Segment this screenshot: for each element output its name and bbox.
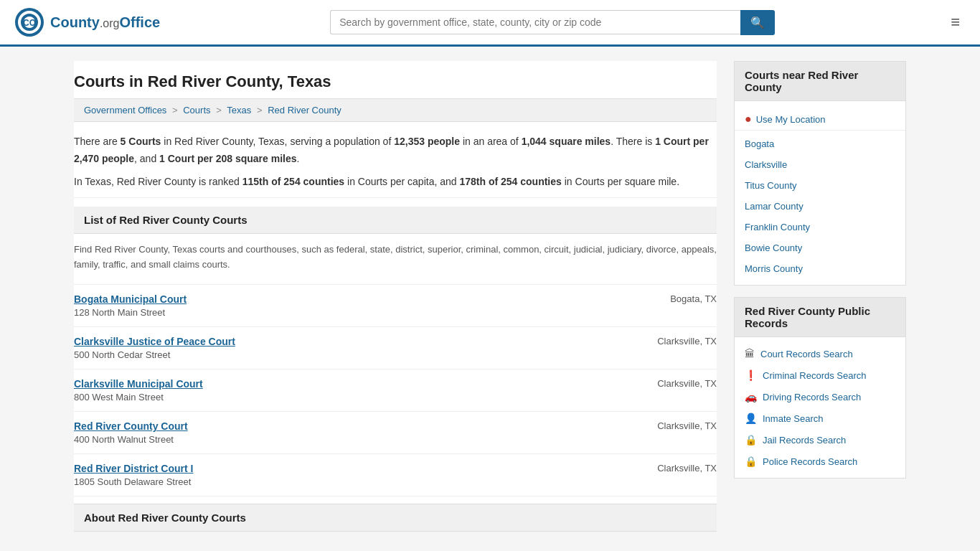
- sidebar-item-public-records[interactable]: ❗Criminal Records Search: [735, 364, 905, 386]
- rank-sqmile: 178th of 254 counties: [459, 176, 561, 187]
- table-row: Clarksville Municipal Court 800 West Mai…: [74, 369, 717, 412]
- court-count: 5 Courts: [121, 136, 161, 147]
- summary-text-1: There are 5 Courts in Red River County, …: [74, 133, 717, 168]
- court-entry-left: Red River County Court 400 North Walnut …: [74, 420, 188, 445]
- court-city: Clarksville, TX: [657, 420, 717, 431]
- public-records-label: Jail Records Search: [763, 435, 846, 446]
- content-area: Courts in Red River County, Texas Govern…: [74, 61, 717, 532]
- nearby-links-list: BogataClarksvilleTitus CountyLamar Count…: [735, 133, 905, 279]
- hamburger-icon: ≡: [951, 13, 960, 31]
- about-section-header: About Red River County Courts: [74, 504, 717, 532]
- court-name-link[interactable]: Clarksville Municipal Court: [74, 378, 203, 390]
- court-city: Bogata, TX: [670, 293, 717, 304]
- population: 12,353 people: [394, 136, 460, 147]
- search-area: 🔍: [330, 10, 775, 35]
- sidebar-item-nearby[interactable]: Titus County: [735, 175, 905, 196]
- breadcrumb-separator: >: [216, 105, 224, 116]
- logo-suffix: .org: [100, 17, 120, 29]
- breadcrumb-link-courts[interactable]: Courts: [183, 105, 210, 116]
- public-records-label: Inmate Search: [763, 413, 824, 424]
- main-container: Courts in Red River County, Texas Govern…: [60, 47, 920, 546]
- public-records-label: Police Records Search: [763, 456, 857, 467]
- summary-text-2: In Texas, Red River County is ranked 115…: [74, 174, 717, 191]
- public-records-icon: 🚗: [745, 391, 757, 402]
- court-address: 400 North Walnut Street: [74, 434, 188, 445]
- public-records-label: Driving Records Search: [763, 392, 861, 402]
- rank-capita: 115th of 254 counties: [242, 176, 344, 187]
- public-records-icon: 🔒: [745, 434, 757, 446]
- summary-section: There are 5 Courts in Red River County, …: [74, 122, 717, 198]
- page-title: Courts in Red River County, Texas: [74, 61, 717, 99]
- court-name-link[interactable]: Clarksville Justice of Peace Court: [74, 336, 235, 347]
- search-button[interactable]: 🔍: [740, 10, 775, 35]
- public-records-icon: ❗: [745, 369, 757, 381]
- table-row: Bogata Municipal Court 128 North Main St…: [74, 285, 717, 327]
- breadcrumb-separator: >: [257, 105, 265, 116]
- public-records-card-body: 🏛Court Records Search❗Criminal Records S…: [735, 337, 905, 478]
- sidebar-item-public-records[interactable]: 🏛Court Records Search: [735, 343, 905, 364]
- sidebar-item-public-records[interactable]: 🚗Driving Records Search: [735, 386, 905, 408]
- court-entry-left: Bogata Municipal Court 128 North Main St…: [74, 293, 187, 318]
- menu-button[interactable]: ≡: [945, 10, 966, 34]
- court-name-link[interactable]: Bogata Municipal Court: [74, 293, 187, 305]
- location-dot-icon: ●: [745, 113, 752, 126]
- logo-text: County.orgOffice: [50, 14, 160, 31]
- public-records-icon: 🏛: [745, 348, 755, 359]
- public-records-icon: 🔒: [745, 456, 757, 467]
- per-miles: 1 Court per 208 square miles: [159, 153, 296, 164]
- public-records-label: Criminal Records Search: [763, 370, 867, 381]
- court-city: Clarksville, TX: [657, 336, 717, 347]
- court-name-link[interactable]: Red River District Court I: [74, 463, 193, 474]
- sidebar-item-public-records[interactable]: 👤Inmate Search: [735, 408, 905, 429]
- court-address: 800 West Main Street: [74, 392, 203, 402]
- sidebar-item-nearby[interactable]: Morris County: [735, 258, 905, 279]
- court-address: 128 North Main Street: [74, 307, 187, 318]
- svg-text:CO: CO: [23, 18, 36, 28]
- table-row: Red River County Court 400 North Walnut …: [74, 412, 717, 454]
- public-records-links-list: 🏛Court Records Search❗Criminal Records S…: [735, 343, 905, 472]
- search-icon: 🔍: [750, 17, 765, 29]
- nearby-card: Courts near Red River County ● Use My Lo…: [734, 61, 906, 286]
- public-records-card: Red River County Public Records 🏛Court R…: [734, 297, 906, 479]
- sidebar-item-nearby[interactable]: Lamar County: [735, 196, 905, 217]
- list-section-header: List of Red River County Courts: [74, 207, 717, 234]
- court-entry-left: Clarksville Municipal Court 800 West Mai…: [74, 378, 203, 402]
- nearby-card-body: ● Use My Location BogataClarksvilleTitus…: [735, 101, 905, 285]
- public-records-card-header: Red River County Public Records: [735, 298, 905, 337]
- court-entry-left: Clarksville Justice of Peace Court 500 N…: [74, 336, 235, 360]
- sidebar-item-public-records[interactable]: 🔒Jail Records Search: [735, 429, 905, 451]
- public-records-label: Court Records Search: [760, 349, 853, 359]
- sidebar: Courts near Red River County ● Use My Lo…: [734, 61, 906, 532]
- sidebar-item-nearby[interactable]: Franklin County: [735, 217, 905, 237]
- breadcrumb: Government Offices > Courts > Texas > Re…: [74, 99, 717, 122]
- use-location-link[interactable]: ● Use My Location: [735, 107, 905, 131]
- search-input[interactable]: [330, 10, 740, 34]
- courts-list: Bogata Municipal Court 128 North Main St…: [74, 285, 717, 496]
- logo-area: CO County.orgOffice: [14, 7, 160, 37]
- list-section: List of Red River County Courts Find Red…: [74, 207, 717, 532]
- sidebar-item-nearby[interactable]: Clarksville: [735, 154, 905, 175]
- court-address: 1805 South Delaware Street: [74, 476, 193, 487]
- breadcrumb-link-county[interactable]: Red River County: [268, 105, 341, 116]
- court-entry-left: Red River District Court I 1805 South De…: [74, 463, 193, 487]
- table-row: Red River District Court I 1805 South De…: [74, 454, 717, 496]
- logo-icon: CO: [14, 7, 44, 37]
- header: CO County.orgOffice 🔍 ≡: [0, 0, 980, 47]
- list-description: Find Red River County, Texas courts and …: [74, 234, 717, 285]
- breadcrumb-link-government-offices[interactable]: Government Offices: [84, 105, 166, 116]
- sidebar-item-public-records[interactable]: 🔒Police Records Search: [735, 451, 905, 472]
- sidebar-item-nearby[interactable]: Bowie County: [735, 237, 905, 258]
- area: 1,044 square miles: [522, 136, 611, 147]
- breadcrumb-link-texas[interactable]: Texas: [227, 105, 251, 116]
- court-city: Clarksville, TX: [657, 378, 717, 389]
- court-city: Clarksville, TX: [657, 463, 717, 474]
- court-name-link[interactable]: Red River County Court: [74, 420, 188, 432]
- nearby-card-header: Courts near Red River County: [735, 62, 905, 101]
- sidebar-item-nearby[interactable]: Bogata: [735, 133, 905, 154]
- court-address: 500 North Cedar Street: [74, 349, 235, 360]
- table-row: Clarksville Justice of Peace Court 500 N…: [74, 327, 717, 369]
- public-records-icon: 👤: [745, 413, 757, 424]
- breadcrumb-separator: >: [172, 105, 180, 116]
- use-location-label: Use My Location: [756, 114, 826, 125]
